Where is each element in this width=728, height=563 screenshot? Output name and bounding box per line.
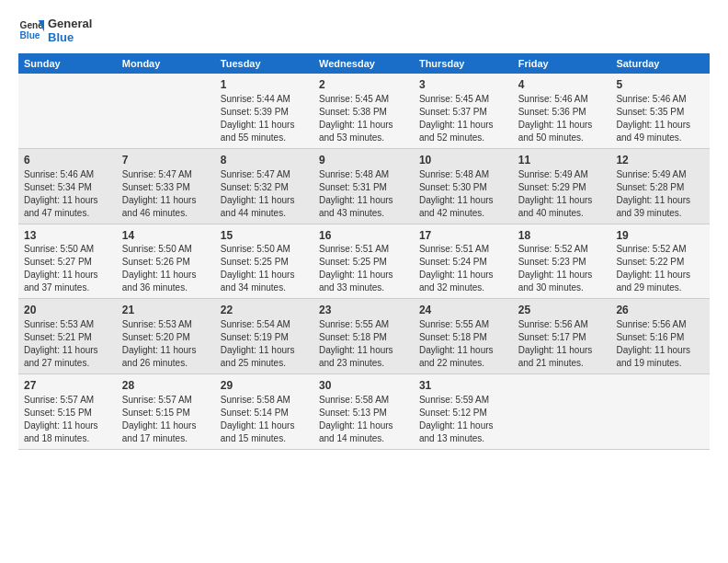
day-info: Sunrise: 5:48 AM Sunset: 5:31 PM Dayligh… bbox=[319, 168, 408, 220]
calendar-cell: 3Sunrise: 5:45 AM Sunset: 5:37 PM Daylig… bbox=[414, 74, 513, 148]
calendar-cell: 18Sunrise: 5:52 AM Sunset: 5:23 PM Dayli… bbox=[513, 224, 611, 299]
day-number: 5 bbox=[616, 77, 704, 93]
weekday-header-thursday: Thursday bbox=[414, 53, 513, 74]
calendar-cell: 8Sunrise: 5:47 AM Sunset: 5:32 PM Daylig… bbox=[215, 148, 313, 224]
calendar-cell: 9Sunrise: 5:48 AM Sunset: 5:31 PM Daylig… bbox=[313, 148, 414, 224]
calendar-cell: 11Sunrise: 5:49 AM Sunset: 5:29 PM Dayli… bbox=[513, 148, 611, 224]
day-info: Sunrise: 5:50 AM Sunset: 5:27 PM Dayligh… bbox=[24, 243, 111, 294]
day-info: Sunrise: 5:58 AM Sunset: 5:14 PM Dayligh… bbox=[221, 394, 308, 445]
calendar-cell: 10Sunrise: 5:48 AM Sunset: 5:30 PM Dayli… bbox=[414, 148, 513, 224]
day-info: Sunrise: 5:49 AM Sunset: 5:28 PM Dayligh… bbox=[616, 168, 704, 220]
calendar-page: General Blue General Blue SundayMondayTu… bbox=[0, 0, 728, 563]
day-info: Sunrise: 5:46 AM Sunset: 5:35 PM Dayligh… bbox=[616, 93, 704, 144]
week-row-0: 1Sunrise: 5:44 AM Sunset: 5:39 PM Daylig… bbox=[18, 74, 710, 148]
week-row-2: 13Sunrise: 5:50 AM Sunset: 5:27 PM Dayli… bbox=[18, 224, 710, 299]
calendar-cell: 5Sunrise: 5:46 AM Sunset: 5:35 PM Daylig… bbox=[610, 74, 710, 148]
calendar-cell bbox=[18, 74, 117, 148]
calendar-cell: 19Sunrise: 5:52 AM Sunset: 5:22 PM Dayli… bbox=[610, 224, 710, 299]
calendar-cell: 1Sunrise: 5:44 AM Sunset: 5:39 PM Daylig… bbox=[215, 74, 313, 148]
logo-line1: General bbox=[48, 17, 92, 30]
calendar-cell: 7Sunrise: 5:47 AM Sunset: 5:33 PM Daylig… bbox=[117, 148, 215, 224]
calendar-table: SundayMondayTuesdayWednesdayThursdayFrid… bbox=[18, 53, 710, 450]
calendar-cell bbox=[513, 374, 611, 450]
day-number: 17 bbox=[419, 228, 507, 244]
day-number: 15 bbox=[221, 228, 308, 244]
day-info: Sunrise: 5:56 AM Sunset: 5:16 PM Dayligh… bbox=[616, 318, 704, 370]
day-info: Sunrise: 5:51 AM Sunset: 5:25 PM Dayligh… bbox=[319, 243, 408, 294]
calendar-cell: 16Sunrise: 5:51 AM Sunset: 5:25 PM Dayli… bbox=[313, 224, 414, 299]
logo: General Blue General Blue bbox=[18, 17, 92, 44]
day-number: 16 bbox=[319, 228, 408, 244]
weekday-header-tuesday: Tuesday bbox=[215, 53, 313, 74]
day-number: 24 bbox=[419, 303, 507, 318]
day-info: Sunrise: 5:50 AM Sunset: 5:25 PM Dayligh… bbox=[221, 243, 308, 294]
calendar-cell: 29Sunrise: 5:58 AM Sunset: 5:14 PM Dayli… bbox=[215, 374, 313, 450]
calendar-cell: 15Sunrise: 5:50 AM Sunset: 5:25 PM Dayli… bbox=[215, 224, 313, 299]
day-info: Sunrise: 5:57 AM Sunset: 5:15 PM Dayligh… bbox=[122, 394, 210, 445]
calendar-cell bbox=[610, 374, 710, 450]
day-info: Sunrise: 5:44 AM Sunset: 5:39 PM Dayligh… bbox=[221, 93, 308, 144]
weekday-header-wednesday: Wednesday bbox=[313, 53, 414, 74]
day-number: 31 bbox=[419, 378, 507, 394]
day-info: Sunrise: 5:57 AM Sunset: 5:15 PM Dayligh… bbox=[24, 394, 111, 445]
day-number: 20 bbox=[24, 303, 111, 318]
calendar-cell: 20Sunrise: 5:53 AM Sunset: 5:21 PM Dayli… bbox=[18, 299, 117, 374]
calendar-cell: 26Sunrise: 5:56 AM Sunset: 5:16 PM Dayli… bbox=[610, 299, 710, 374]
day-info: Sunrise: 5:53 AM Sunset: 5:21 PM Dayligh… bbox=[24, 318, 111, 370]
calendar-cell: 23Sunrise: 5:55 AM Sunset: 5:18 PM Dayli… bbox=[313, 299, 414, 374]
day-number: 25 bbox=[518, 303, 606, 318]
weekday-header-friday: Friday bbox=[513, 53, 611, 74]
weekday-header-monday: Monday bbox=[117, 53, 215, 74]
day-number: 23 bbox=[319, 303, 408, 318]
weekday-header-saturday: Saturday bbox=[610, 53, 710, 74]
day-info: Sunrise: 5:54 AM Sunset: 5:19 PM Dayligh… bbox=[221, 318, 308, 370]
calendar-cell: 27Sunrise: 5:57 AM Sunset: 5:15 PM Dayli… bbox=[18, 374, 117, 450]
day-number: 29 bbox=[221, 378, 308, 394]
day-number: 14 bbox=[122, 228, 210, 244]
week-row-1: 6Sunrise: 5:46 AM Sunset: 5:34 PM Daylig… bbox=[18, 148, 710, 224]
day-info: Sunrise: 5:53 AM Sunset: 5:20 PM Dayligh… bbox=[122, 318, 210, 370]
week-row-4: 27Sunrise: 5:57 AM Sunset: 5:15 PM Dayli… bbox=[18, 374, 710, 450]
day-number: 1 bbox=[221, 77, 308, 93]
day-number: 12 bbox=[616, 153, 704, 168]
day-info: Sunrise: 5:46 AM Sunset: 5:36 PM Dayligh… bbox=[518, 93, 606, 144]
day-number: 7 bbox=[122, 153, 210, 168]
day-info: Sunrise: 5:52 AM Sunset: 5:23 PM Dayligh… bbox=[518, 243, 606, 294]
logo-icon: General Blue bbox=[18, 17, 44, 43]
weekday-header-row: SundayMondayTuesdayWednesdayThursdayFrid… bbox=[18, 53, 710, 74]
calendar-cell: 6Sunrise: 5:46 AM Sunset: 5:34 PM Daylig… bbox=[18, 148, 117, 224]
weekday-header-sunday: Sunday bbox=[18, 53, 117, 74]
calendar-cell: 28Sunrise: 5:57 AM Sunset: 5:15 PM Dayli… bbox=[117, 374, 215, 450]
calendar-cell: 2Sunrise: 5:45 AM Sunset: 5:38 PM Daylig… bbox=[313, 74, 414, 148]
header: General Blue General Blue bbox=[18, 17, 710, 44]
day-number: 3 bbox=[419, 77, 507, 93]
day-info: Sunrise: 5:51 AM Sunset: 5:24 PM Dayligh… bbox=[419, 243, 507, 294]
calendar-cell bbox=[117, 74, 215, 148]
day-number: 6 bbox=[24, 153, 111, 168]
day-info: Sunrise: 5:45 AM Sunset: 5:38 PM Dayligh… bbox=[319, 93, 408, 144]
day-number: 30 bbox=[319, 378, 408, 394]
calendar-cell: 25Sunrise: 5:56 AM Sunset: 5:17 PM Dayli… bbox=[513, 299, 611, 374]
day-number: 10 bbox=[419, 153, 507, 168]
calendar-cell: 30Sunrise: 5:58 AM Sunset: 5:13 PM Dayli… bbox=[313, 374, 414, 450]
day-info: Sunrise: 5:50 AM Sunset: 5:26 PM Dayligh… bbox=[122, 243, 210, 294]
logo-line2: Blue bbox=[48, 30, 92, 44]
day-info: Sunrise: 5:55 AM Sunset: 5:18 PM Dayligh… bbox=[319, 318, 408, 370]
day-info: Sunrise: 5:46 AM Sunset: 5:34 PM Dayligh… bbox=[24, 168, 111, 220]
day-number: 11 bbox=[518, 153, 606, 168]
calendar-cell: 12Sunrise: 5:49 AM Sunset: 5:28 PM Dayli… bbox=[610, 148, 710, 224]
day-number: 21 bbox=[122, 303, 210, 318]
day-info: Sunrise: 5:49 AM Sunset: 5:29 PM Dayligh… bbox=[518, 168, 606, 220]
day-info: Sunrise: 5:47 AM Sunset: 5:33 PM Dayligh… bbox=[122, 168, 210, 220]
day-number: 13 bbox=[24, 228, 111, 244]
day-number: 2 bbox=[319, 77, 408, 93]
calendar-cell: 24Sunrise: 5:55 AM Sunset: 5:18 PM Dayli… bbox=[414, 299, 513, 374]
day-info: Sunrise: 5:47 AM Sunset: 5:32 PM Dayligh… bbox=[221, 168, 308, 220]
day-number: 26 bbox=[616, 303, 704, 318]
day-number: 28 bbox=[122, 378, 210, 394]
day-info: Sunrise: 5:45 AM Sunset: 5:37 PM Dayligh… bbox=[419, 93, 507, 144]
week-row-3: 20Sunrise: 5:53 AM Sunset: 5:21 PM Dayli… bbox=[18, 299, 710, 374]
calendar-cell: 14Sunrise: 5:50 AM Sunset: 5:26 PM Dayli… bbox=[117, 224, 215, 299]
day-info: Sunrise: 5:59 AM Sunset: 5:12 PM Dayligh… bbox=[419, 394, 507, 445]
calendar-cell: 4Sunrise: 5:46 AM Sunset: 5:36 PM Daylig… bbox=[513, 74, 611, 148]
